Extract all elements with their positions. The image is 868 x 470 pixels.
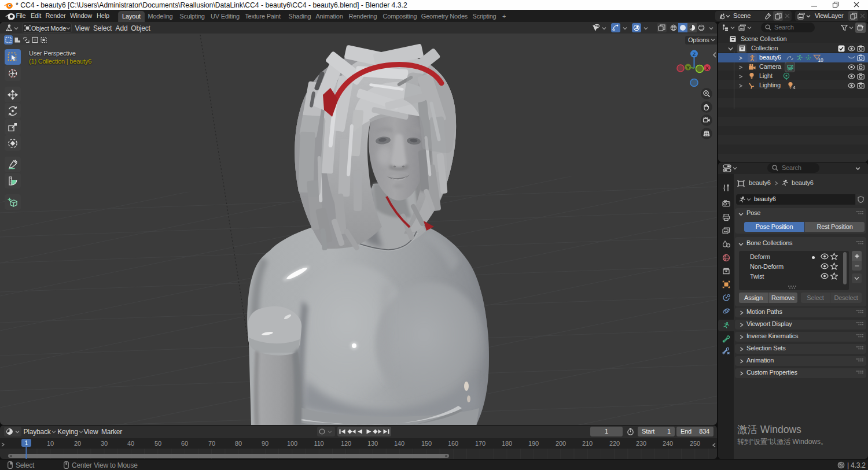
svg-text:4: 4	[793, 85, 796, 90]
svg-text:Z: Z	[693, 51, 696, 57]
svg-text:1: 1	[25, 439, 28, 446]
svg-text:10: 10	[818, 57, 824, 62]
svg-text:Y: Y	[686, 65, 690, 71]
svg-text:X: X	[705, 65, 709, 71]
